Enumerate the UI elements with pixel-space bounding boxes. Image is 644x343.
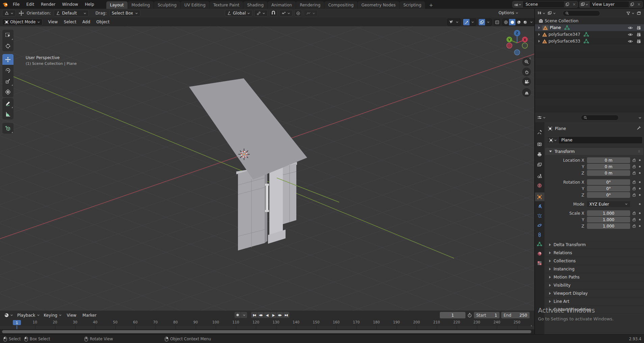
transform-panel-header[interactable]: Transform ⠿ — [545, 148, 643, 155]
lock-icon[interactable] — [632, 180, 636, 184]
scale-row-2-field[interactable]: 1.000 — [587, 223, 630, 229]
tab-shading[interactable]: Shading — [243, 1, 267, 9]
tab-sculpting[interactable]: Sculpting — [154, 1, 180, 9]
tab-compositing[interactable]: Compositing — [324, 1, 357, 9]
panel-line-art[interactable]: Line Art — [545, 298, 643, 306]
scene-icon[interactable] — [513, 1, 523, 7]
properties-tab-texture[interactable] — [534, 259, 544, 267]
shading-material-button[interactable] — [515, 19, 522, 25]
transform-orientation-dropdown[interactable]: Global — [225, 10, 252, 17]
tool-scale[interactable] — [2, 76, 14, 86]
frame-start-field[interactable]: Start1 — [474, 312, 500, 318]
outliner-item-name[interactable]: Plane — [550, 25, 561, 30]
new-view-layer-icon[interactable] — [629, 1, 636, 7]
properties-tab-object[interactable] — [534, 192, 544, 201]
properties-tab-scene[interactable] — [534, 172, 544, 180]
new-scene-icon[interactable] — [564, 1, 571, 7]
outliner-editor-type-button[interactable] — [537, 11, 545, 16]
outliner-filter-button[interactable] — [626, 11, 635, 16]
options-dropdown[interactable]: Options — [499, 10, 518, 15]
properties-tab-view-layer[interactable] — [534, 160, 544, 169]
menu-object[interactable]: Object — [93, 20, 112, 24]
animate-decorator-dot[interactable] — [639, 188, 641, 189]
lock-icon[interactable] — [632, 171, 636, 175]
transform-row-2-field[interactable]: 0 m — [587, 170, 630, 176]
transform-row-0-field[interactable]: 0 m — [587, 157, 630, 163]
panel-viewport-display[interactable]: Viewport Display — [545, 290, 643, 297]
tab-rendering[interactable]: Rendering — [296, 1, 324, 9]
animate-decorator-dot[interactable] — [639, 166, 641, 167]
tool-transform[interactable] — [2, 86, 14, 97]
orientation-dropdown[interactable]: Default — [54, 10, 89, 17]
lock-icon[interactable] — [632, 193, 636, 197]
object-name-field[interactable]: Plane — [547, 136, 643, 144]
tab-geometry-nodes[interactable]: Geometry Nodes — [358, 1, 399, 9]
outliner-display-mode-button[interactable] — [547, 11, 556, 16]
timeline-editor-type-button[interactable] — [2, 312, 15, 319]
properties-tab-material[interactable] — [534, 249, 544, 258]
properties-tab-modifiers[interactable] — [534, 202, 544, 211]
breadcrumb-object-name[interactable]: Plane — [555, 126, 566, 131]
expand-arrow-icon[interactable] — [538, 33, 540, 36]
sidebar-collapse-chevron[interactable]: ‹ — [529, 56, 531, 61]
outliner-search-input[interactable] — [570, 11, 597, 16]
tab-scripting[interactable]: Scripting — [400, 1, 425, 9]
keying-set-dropdown[interactable] — [241, 312, 247, 318]
panel-collections[interactable]: Collections — [545, 257, 643, 265]
jump-to-start-button[interactable]: ▮◀ — [251, 312, 257, 318]
proportional-editing-toggle[interactable] — [294, 10, 302, 17]
editor-type-button[interactable] — [2, 10, 16, 17]
animate-decorator-dot[interactable] — [639, 219, 641, 220]
lock-icon[interactable] — [632, 164, 636, 169]
outliner-item-name[interactable]: polySurface347 — [548, 32, 580, 37]
tool-select-box[interactable] — [2, 30, 14, 41]
hide-viewport-eye-icon[interactable] — [628, 26, 633, 30]
panel-relations[interactable]: Relations — [545, 249, 643, 257]
xray-toggle[interactable] — [494, 19, 500, 25]
tab-layout[interactable]: Layout — [106, 1, 128, 9]
properties-tab-particles[interactable] — [534, 211, 544, 220]
remove-view-layer-icon[interactable]: × — [636, 1, 642, 7]
properties-tab-physics[interactable] — [534, 221, 544, 230]
transform-row-3-field[interactable]: 0° — [587, 179, 630, 185]
animate-decorator-dot[interactable] — [639, 203, 641, 205]
properties-tab-world[interactable] — [534, 181, 544, 190]
keying-menu[interactable]: Keying — [42, 312, 64, 319]
scale-row-1-field[interactable]: 1.000 — [587, 217, 630, 222]
menu-add[interactable]: Add — [79, 20, 93, 24]
menu-file[interactable]: File — [9, 2, 23, 7]
pivot-point-dropdown[interactable] — [254, 10, 268, 17]
scale-row-0-field[interactable]: 1.000 — [587, 210, 630, 216]
lock-icon[interactable] — [632, 224, 636, 228]
panel-drag-dots-icon[interactable]: ⠿ — [638, 150, 641, 153]
menu-window[interactable]: Window — [59, 2, 81, 7]
outliner-search[interactable] — [563, 10, 600, 16]
menu-view[interactable]: View — [45, 20, 61, 24]
tool-move[interactable] — [2, 54, 14, 65]
mesh-door[interactable] — [236, 162, 297, 250]
unlink-scene-icon[interactable]: × — [571, 1, 578, 7]
frame-end-field[interactable]: End250 — [501, 312, 530, 318]
properties-tab-data[interactable] — [534, 240, 544, 248]
rotation-mode-field[interactable]: XYZ Euler — [587, 201, 630, 207]
disable-render-camera-icon[interactable] — [637, 26, 641, 30]
timeline-collapse-chevron[interactable]: ‹ — [531, 323, 532, 328]
current-frame-field[interactable]: 1 — [440, 312, 465, 318]
lock-icon[interactable] — [632, 186, 636, 191]
tool-annotate[interactable] — [2, 98, 14, 109]
menu-help[interactable]: Help — [81, 2, 97, 7]
expand-arrow-icon[interactable] — [538, 26, 540, 29]
camera-view-button[interactable] — [522, 77, 531, 86]
tool-rotate[interactable] — [2, 65, 14, 76]
properties-tab-constraints[interactable] — [534, 230, 544, 239]
pin-icon[interactable] — [636, 126, 641, 131]
animate-decorator-dot[interactable] — [639, 172, 641, 174]
menu-edit[interactable]: Edit — [23, 2, 37, 7]
shading-rendered-button[interactable] — [522, 19, 528, 25]
lock-icon[interactable] — [632, 158, 636, 162]
shading-wireframe-button[interactable] — [503, 19, 509, 25]
transform-row-1-field[interactable]: 0 m — [587, 164, 630, 169]
snap-toggle[interactable] — [269, 10, 277, 17]
snap-settings-dropdown[interactable] — [279, 10, 293, 17]
outliner-row-polysurface633[interactable]: polySurface633 — [534, 38, 644, 45]
